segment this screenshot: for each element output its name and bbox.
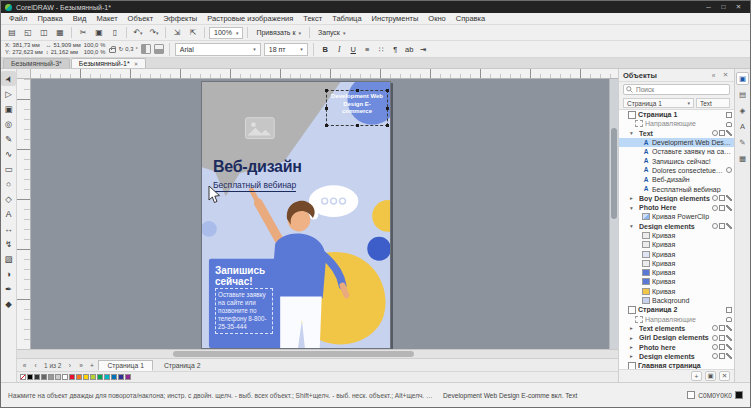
object-row[interactable]: ▾Photo Here: [619, 203, 734, 212]
mirror-vertical-button[interactable]: [154, 44, 164, 54]
object-row[interactable]: Страница 1: [619, 110, 734, 119]
expand-arrow-icon[interactable]: ▸: [628, 335, 635, 341]
object-row[interactable]: Кривая PowerClip: [619, 212, 734, 221]
redo-icon[interactable]: ↷▾: [147, 26, 161, 39]
menu-item[interactable]: Справка: [451, 13, 490, 25]
poster-subtitle[interactable]: Бесплатный вебинар: [213, 180, 296, 192]
object-row[interactable]: ▸Photo here: [619, 342, 734, 351]
color-swatch[interactable]: [125, 374, 131, 380]
edit-text-button[interactable]: ab: [403, 43, 416, 56]
object-size-fields[interactable]: ↔51,909 мм ↕21,162 мм: [46, 42, 81, 56]
shadow-tool[interactable]: ▨: [1, 251, 16, 266]
edit-icon[interactable]: [726, 130, 732, 136]
menu-item[interactable]: Окно: [423, 13, 450, 25]
color-swatch[interactable]: [34, 374, 40, 380]
outline-color-swatch[interactable]: [735, 391, 743, 399]
lock-icon[interactable]: [726, 317, 732, 322]
color-swatch[interactable]: [111, 374, 117, 380]
eye-icon[interactable]: [712, 223, 718, 229]
properties-docker-icon[interactable]: ▤: [736, 88, 749, 101]
object-row[interactable]: ▾Text: [619, 129, 734, 138]
zoom-level-select[interactable]: 100%▾: [209, 27, 243, 39]
object-row[interactable]: Страница 2: [619, 305, 734, 314]
edit-icon[interactable]: [726, 325, 732, 331]
eye-icon[interactable]: [712, 335, 718, 341]
selection-handle[interactable]: [386, 107, 389, 110]
object-row[interactable]: ▸Design elements: [619, 352, 734, 361]
close-docker-icon[interactable]: ✕: [721, 71, 730, 79]
transparency-tool[interactable]: ◑: [1, 266, 16, 281]
expand-arrow-icon[interactable]: ▾: [628, 223, 635, 229]
object-row[interactable]: ▾Design elements: [619, 222, 734, 231]
pick-tool[interactable]: ➤: [1, 71, 16, 86]
menu-item[interactable]: Текст: [298, 13, 327, 25]
color-swatch[interactable]: [69, 374, 75, 380]
page-context-select[interactable]: Страница 1▾: [623, 98, 694, 108]
drop-cap-button[interactable]: ¶: [389, 43, 402, 56]
object-row[interactable]: AБесплатный вебинар: [619, 184, 734, 193]
next-page-button[interactable]: ›: [65, 360, 74, 370]
print-icon[interactable]: [719, 353, 725, 359]
scrollbar-thumb[interactable]: [173, 351, 413, 357]
color-swatch[interactable]: [55, 374, 61, 380]
ruler-origin-button[interactable]: [17, 69, 31, 79]
menu-item[interactable]: Вид: [68, 13, 92, 25]
object-position-fields[interactable]: X:381,73 мм Y:272,623 мм: [5, 42, 43, 56]
vertical-ruler[interactable]: [17, 79, 31, 349]
object-row[interactable]: Кривая: [619, 287, 734, 296]
object-row[interactable]: AОставьте заявку на сайте ил...: [619, 147, 734, 156]
layer-context-select[interactable]: Text: [696, 98, 730, 108]
cta-body-text-frame[interactable]: Оставьте заявку на сайте или позвоните п…: [215, 288, 273, 334]
color-swatch[interactable]: [118, 374, 124, 380]
color-swatch[interactable]: [48, 374, 54, 380]
page-tab[interactable]: Страница 2: [155, 360, 209, 371]
object-row[interactable]: Направляющие: [619, 315, 734, 324]
color-swatch[interactable]: [41, 374, 47, 380]
lock-icon[interactable]: [726, 122, 732, 127]
launch-button[interactable]: Запуск▾: [314, 26, 349, 39]
zoom-tool[interactable]: ◎: [1, 116, 16, 131]
object-row[interactable]: ▸Girl Design elements: [619, 333, 734, 342]
maximize-button[interactable]: □: [716, 1, 731, 13]
search-input[interactable]: [623, 84, 730, 95]
artistic-media-tool[interactable]: ∿: [1, 146, 16, 161]
object-row[interactable]: Кривая: [619, 259, 734, 268]
alignment-button[interactable]: ≡: [361, 43, 374, 56]
color-swatch[interactable]: [76, 374, 82, 380]
freehand-tool[interactable]: ✎: [1, 131, 16, 146]
edit-icon[interactable]: [726, 223, 732, 229]
expand-arrow-icon[interactable]: ▸: [628, 344, 635, 350]
objects-docker-icon[interactable]: ▣: [736, 72, 749, 85]
eye-icon[interactable]: [712, 130, 718, 136]
print-icon[interactable]: [719, 195, 725, 201]
ellipse-tool[interactable]: ○: [1, 176, 16, 191]
open-icon[interactable]: ◱: [21, 26, 35, 39]
menu-item[interactable]: Объект: [123, 13, 159, 25]
edit-icon[interactable]: [726, 205, 732, 211]
print-icon[interactable]: [719, 344, 725, 350]
object-row[interactable]: Направляющие: [619, 119, 734, 128]
polygon-tool[interactable]: ◇: [1, 191, 16, 206]
color-swatch[interactable]: [27, 374, 33, 380]
object-row[interactable]: Главная страница: [619, 361, 734, 369]
object-row[interactable]: Кривая: [619, 231, 734, 240]
expand-arrow-icon[interactable]: ▸: [628, 195, 635, 201]
object-row[interactable]: ▸Text elements: [619, 324, 734, 333]
connector-tool[interactable]: ↯: [1, 236, 16, 251]
rotation-field[interactable]: ↻0,3°: [119, 46, 138, 53]
export-icon[interactable]: ⇱: [186, 26, 200, 39]
scale-fields[interactable]: 100,0% 100,0%: [84, 42, 106, 56]
eye-icon[interactable]: [726, 167, 732, 173]
color-swatch[interactable]: [83, 374, 89, 380]
horizontal-ruler[interactable]: [31, 69, 618, 79]
copy-icon[interactable]: ▣: [92, 26, 106, 39]
print-icon[interactable]: [719, 130, 725, 136]
effects-docker-icon[interactable]: ✎: [736, 136, 749, 149]
import-icon[interactable]: ⇲: [170, 26, 184, 39]
eye-icon[interactable]: [712, 325, 718, 331]
document-tab[interactable]: Безымянный-1*✕: [71, 58, 146, 68]
print-icon[interactable]: [726, 112, 732, 118]
canvas-horizontal-scrollbar[interactable]: [17, 349, 618, 358]
object-row[interactable]: AВеб-дизайн: [619, 175, 734, 184]
selection-handle[interactable]: [325, 107, 328, 110]
